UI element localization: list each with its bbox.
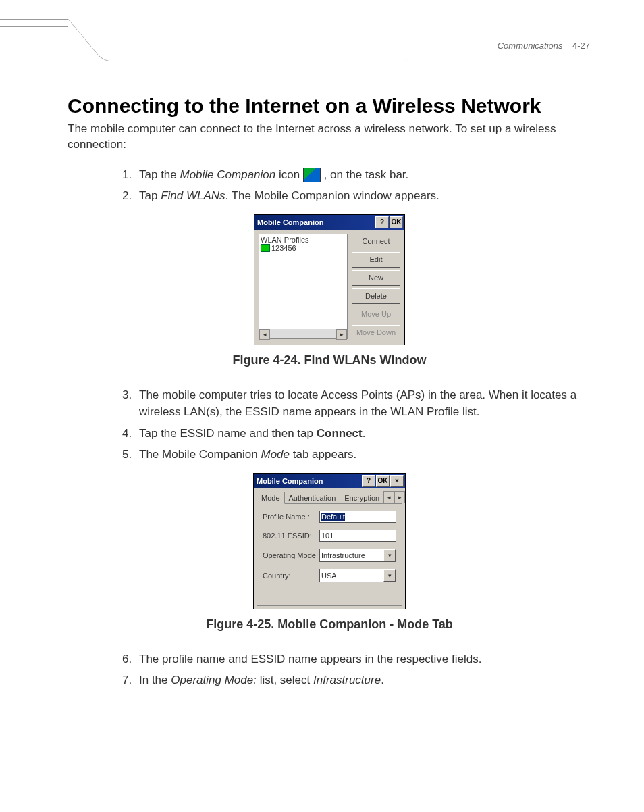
window-title: Mobile Companion (257, 218, 323, 226)
step-1: Tap the Mobile Companion icon , on the t… (135, 166, 591, 184)
wlan-profiles-listbox[interactable]: WLAN Profiles 123456 ◂ ▸ (259, 234, 348, 339)
titlebar: Mobile Companion ? OK × (254, 474, 405, 488)
header-decoration-left (0, 19, 68, 27)
profile-name-label: Profile Name : (263, 513, 315, 521)
running-header: Communications 4-27 (498, 41, 590, 51)
step-2: Tap Find WLANs. The Mobile Companion win… (135, 187, 591, 205)
tab-bar: Mode Authentication Encryption ◂ ▸ (254, 488, 405, 503)
tab-mode[interactable]: Mode (257, 492, 285, 504)
page-title: Connecting to the Internet on a Wireless… (68, 95, 591, 118)
close-button[interactable]: × (390, 475, 404, 487)
dropdown-arrow-icon[interactable]: ▾ (383, 569, 396, 582)
help-button[interactable]: ? (362, 475, 375, 487)
delete-button[interactable]: Delete (352, 288, 400, 304)
header-section: Communications (498, 41, 563, 51)
essid-label: 802.11 ESSID: (263, 532, 315, 540)
tab-scroll-left[interactable]: ◂ (383, 491, 394, 503)
step-7: In the Operating Mode: list, select Infr… (135, 671, 591, 689)
moveup-button[interactable]: Move Up (352, 307, 400, 322)
step-3: The mobile computer tries to locate Acce… (135, 386, 591, 421)
new-button[interactable]: New (352, 270, 400, 286)
figure-24-caption: Figure 4-24. Find WLANs Window (68, 353, 591, 367)
step-4: Tap the ESSID name and then tap Connect. (135, 425, 591, 442)
mobile-companion-icon (303, 168, 321, 182)
dropdown-arrow-icon[interactable]: ▾ (383, 549, 396, 561)
tab-encryption[interactable]: Encryption (340, 492, 384, 503)
ok-button[interactable]: OK (390, 216, 403, 228)
country-label: Country: (263, 572, 315, 580)
tab-scroll-right[interactable]: ▸ (394, 491, 405, 503)
window-title: Mobile Companion (257, 477, 323, 485)
connect-button[interactable]: Connect (352, 234, 400, 249)
header-page: 4-27 (572, 41, 590, 51)
intro-text: The mobile computer can connect to the I… (68, 122, 591, 153)
h-scrollbar[interactable]: ◂ ▸ (259, 329, 347, 338)
figure-25-caption: Figure 4-25. Mobile Companion - Mode Tab (68, 617, 591, 632)
find-wlans-window: Mobile Companion ? OK WLAN Profiles 1234… (254, 214, 405, 345)
titlebar: Mobile Companion ? OK (254, 215, 404, 230)
mode-tab-window: Mobile Companion ? OK × Mode Authenticat… (253, 473, 406, 609)
header-decoration-right (378, 61, 603, 61)
profile-icon (261, 244, 270, 252)
profile-item[interactable]: 123456 (261, 244, 346, 252)
profile-name-input[interactable]: Default (319, 511, 396, 523)
tab-authentication[interactable]: Authentication (284, 492, 341, 503)
ok-button[interactable]: OK (376, 475, 390, 487)
header-decoration-curve (68, 19, 408, 61)
essid-input[interactable]: 101 (319, 530, 396, 542)
movedown-button[interactable]: Move Down (352, 325, 400, 340)
help-button[interactable]: ? (375, 216, 389, 228)
step-5: The Mobile Companion Mode tab appears. (135, 446, 591, 463)
profiles-header: WLAN Profiles (261, 236, 346, 244)
step-6: The profile name and ESSID name appears … (135, 651, 591, 668)
scroll-right-button[interactable]: ▸ (336, 329, 347, 340)
edit-button[interactable]: Edit (352, 252, 400, 268)
operating-mode-label: Operating Mode: (263, 551, 315, 559)
scroll-left-button[interactable]: ◂ (259, 329, 270, 340)
